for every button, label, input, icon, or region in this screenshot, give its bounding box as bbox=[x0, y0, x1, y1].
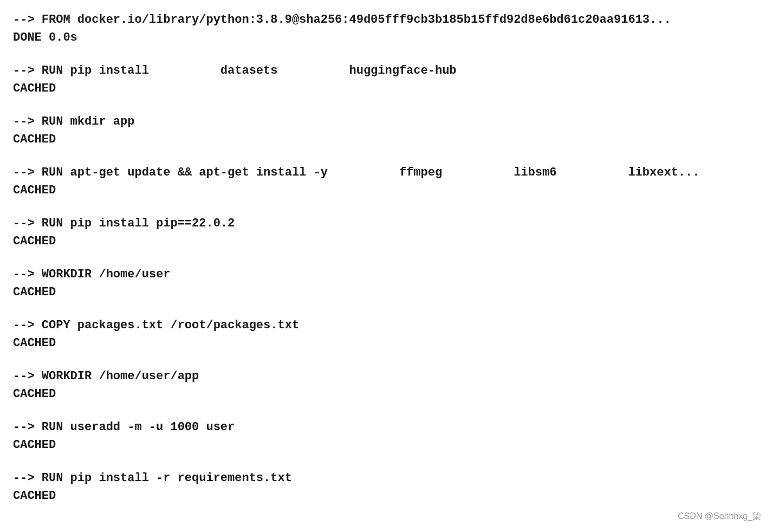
block-workdir-user: --> WORKDIR /home/userCACHED bbox=[13, 265, 759, 301]
block-pip-datasets: --> RUN pip install datasets huggingface… bbox=[13, 62, 759, 98]
block-mkdir-command: --> RUN mkdir app bbox=[13, 113, 759, 131]
block-useradd: --> RUN useradd -m -u 1000 userCACHED bbox=[13, 418, 759, 454]
block-copy-packages: --> COPY packages.txt /root/packages.txt… bbox=[13, 316, 759, 352]
block-workdir-user-app-command: --> WORKDIR /home/user/app bbox=[13, 367, 759, 385]
terminal-output: --> FROM docker.io/library/python:3.8.9@… bbox=[13, 11, 759, 505]
block-copy-packages-command: --> COPY packages.txt /root/packages.txt bbox=[13, 316, 759, 334]
watermark-label: CSDN @Sonhhxg_柒 bbox=[678, 511, 761, 522]
block-pip-datasets-result: CACHED bbox=[13, 80, 759, 98]
block-useradd-command: --> RUN useradd -m -u 1000 user bbox=[13, 418, 759, 436]
block-workdir-user-app: --> WORKDIR /home/user/appCACHED bbox=[13, 367, 759, 403]
block-workdir-user-result: CACHED bbox=[13, 283, 759, 301]
block-apt-get-result: CACHED bbox=[13, 181, 759, 199]
block-pip-datasets-command: --> RUN pip install datasets huggingface… bbox=[13, 62, 759, 80]
block-pip-version-result: CACHED bbox=[13, 232, 759, 250]
block-from-result: DONE 0.0s bbox=[13, 29, 759, 47]
block-workdir-user-app-result: CACHED bbox=[13, 385, 759, 403]
block-pip-requirements: --> RUN pip install -r requirements.txtC… bbox=[13, 469, 759, 505]
block-workdir-user-command: --> WORKDIR /home/user bbox=[13, 265, 759, 283]
block-useradd-result: CACHED bbox=[13, 436, 759, 454]
block-from: --> FROM docker.io/library/python:3.8.9@… bbox=[13, 11, 759, 47]
block-pip-requirements-command: --> RUN pip install -r requirements.txt bbox=[13, 469, 759, 487]
block-pip-version: --> RUN pip install pip==22.0.2CACHED bbox=[13, 215, 759, 250]
block-from-command: --> FROM docker.io/library/python:3.8.9@… bbox=[13, 11, 759, 29]
block-copy-packages-result: CACHED bbox=[13, 334, 759, 352]
block-apt-get-command: --> RUN apt-get update && apt-get instal… bbox=[13, 164, 759, 181]
block-mkdir-result: CACHED bbox=[13, 131, 759, 148]
block-mkdir: --> RUN mkdir appCACHED bbox=[13, 113, 759, 148]
block-pip-requirements-result: CACHED bbox=[13, 487, 759, 505]
block-apt-get: --> RUN apt-get update && apt-get instal… bbox=[13, 164, 759, 199]
block-pip-version-command: --> RUN pip install pip==22.0.2 bbox=[13, 215, 759, 232]
